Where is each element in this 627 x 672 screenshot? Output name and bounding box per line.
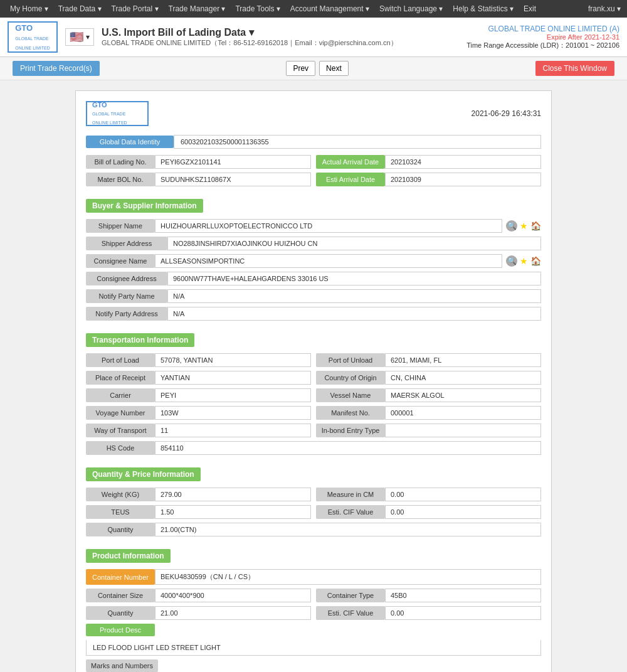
- nav-help-statistics[interactable]: Help & Statistics ▾: [449, 4, 517, 13]
- country-of-origin-value: CN, CHINA: [385, 371, 541, 385]
- transport-row: Way of Transport 11 In-bond Entry Type: [86, 424, 541, 437]
- quantity2-row: Quantity 21.00 Esti. CIF Value 0.00: [86, 606, 541, 620]
- mater-bol-group: Mater BOL No. SUDUNHKSZ110867X: [86, 173, 311, 186]
- actual-arrival-value: 20210324: [385, 155, 541, 169]
- notify-party-name-row: Notify Party Name N/A: [86, 289, 541, 303]
- product-desc-label-row: Product Desc: [86, 624, 541, 636]
- top-toolbar: Print Trade Record(s) Prev Next Close Th…: [0, 57, 627, 80]
- shipper-name-row: Shipper Name HUIZHOUARRLLUXOPTOELECTRONI…: [86, 219, 541, 233]
- shipper-name-label: Shipper Name: [86, 219, 155, 233]
- print-button[interactable]: Print Trade Record(s): [13, 61, 100, 76]
- logo: GTOGLOBAL TRADEONLINE LIMITED: [8, 21, 58, 53]
- flag-selector[interactable]: 🇺🇸 ▾: [65, 28, 94, 46]
- shipper-search-icon[interactable]: 🔍: [506, 220, 517, 232]
- weight-group: Weight (KG) 279.00: [86, 488, 311, 501]
- global-data-identity-value: 60032021032500001136355: [174, 135, 541, 149]
- shipper-address-label: Shipper Address: [86, 237, 167, 250]
- prev-button[interactable]: Prev: [286, 61, 315, 76]
- receipt-row: Place of Receipt YANTIAN Country of Orig…: [86, 371, 541, 385]
- container-size-row: Container Size 4000*400*900 Container Ty…: [86, 589, 541, 602]
- voyage-number-label: Voyage Number: [86, 406, 155, 420]
- expire-date: Expire After 2021-12-31: [466, 33, 619, 41]
- main-content: GTOGLOBAL TRADEONLINE LIMITED 2021-06-29…: [0, 80, 627, 672]
- weight-row: Weight (KG) 279.00 Measure in CM 0.00: [86, 488, 541, 501]
- close-window-button[interactable]: Close This Window: [535, 61, 614, 76]
- shipper-star-icon[interactable]: ★: [520, 221, 528, 231]
- nav-trade-tools[interactable]: Trade Tools ▾: [231, 4, 283, 13]
- nav-exit[interactable]: Exit: [520, 4, 540, 13]
- mater-bol-label: Mater BOL No.: [86, 173, 155, 186]
- notify-party-name-value: N/A: [167, 289, 541, 303]
- esti-cif2-value: 0.00: [385, 606, 541, 620]
- shipper-home-icon[interactable]: 🏠: [530, 221, 541, 231]
- consignee-name-value: ALLSEASONSIMPORTINC: [155, 254, 502, 268]
- product-desc-value: LED FLOOD LIGHT LED STREET LIGHT: [86, 640, 541, 656]
- way-of-transport-label: Way of Transport: [86, 424, 155, 437]
- quantity-label: Quantity: [86, 523, 155, 536]
- place-of-receipt-group: Place of Receipt YANTIAN: [86, 371, 311, 385]
- mater-bol-value: SUDUNHKSZ110867X: [155, 173, 311, 186]
- container-size-group: Container Size 4000*400*900: [86, 589, 311, 602]
- esti-arrival-group: Esti Arrival Date 20210309: [316, 173, 541, 186]
- user-account[interactable]: frank.xu ▾: [588, 4, 621, 13]
- container-type-group: Container Type 45B0: [316, 589, 541, 602]
- consignee-name-row: Consignee Name ALLSEASONSIMPORTINC 🔍 ★ 🏠: [86, 254, 541, 268]
- esti-cif-group: Esti. CIF Value 0.00: [316, 505, 541, 519]
- header-title-area: U.S. Import Bill of Lading Data ▾ GLOBAL…: [102, 26, 398, 48]
- top-navigation: My Home ▾ Trade Data ▾ Trade Portal ▾ Tr…: [0, 0, 627, 18]
- container-number-label: Container Number: [86, 569, 155, 585]
- place-of-receipt-label: Place of Receipt: [86, 371, 155, 385]
- marks-numbers-label-row: Marks and Numbers: [86, 659, 541, 672]
- consignee-name-label: Consignee Name: [86, 254, 155, 268]
- shipper-name-group: Shipper Name HUIZHOUARRLLUXOPTOELECTRONI…: [86, 219, 502, 233]
- global-data-identity-row: Global Data Identity 6003202103250000113…: [86, 135, 541, 149]
- buyer-supplier-header: Buyer & Supplier Information: [86, 199, 203, 213]
- nav-trade-portal[interactable]: Trade Portal ▾: [108, 4, 162, 13]
- inbond-entry-type-label: In-bond Entry Type: [316, 424, 385, 437]
- voyage-group: Voyage Number 103W: [86, 406, 311, 420]
- nav-my-home[interactable]: My Home ▾: [6, 4, 52, 13]
- quantity2-label: Quantity: [86, 606, 155, 620]
- nav-account-management[interactable]: Account Management ▾: [287, 4, 373, 13]
- us-flag-icon: 🇺🇸: [70, 30, 83, 44]
- nav-items: My Home ▾ Trade Data ▾ Trade Portal ▾ Tr…: [6, 4, 540, 13]
- carrier-label: Carrier: [86, 388, 155, 402]
- record-logo: GTOGLOBAL TRADEONLINE LIMITED: [86, 101, 149, 126]
- product-desc-label: Product Desc: [86, 624, 155, 636]
- carrier-row: Carrier PEYI Vessel Name MAERSK ALGOL: [86, 388, 541, 402]
- vessel-name-value: MAERSK ALGOL: [385, 388, 541, 402]
- notify-party-address-value: N/A: [167, 307, 541, 321]
- country-of-origin-label: Country of Origin: [316, 371, 385, 385]
- teus-row: TEUS 1.50 Esti. CIF Value 0.00: [86, 505, 541, 519]
- shipper-icons: 🔍 ★ 🏠: [506, 220, 541, 232]
- container-type-value: 45B0: [385, 589, 541, 602]
- nav-switch-language[interactable]: Switch Language ▾: [376, 4, 446, 13]
- consignee-home-icon[interactable]: 🏠: [530, 256, 541, 266]
- port-row: Port of Load 57078, YANTIAN Port of Unlo…: [86, 353, 541, 367]
- page-title: U.S. Import Bill of Lading Data ▾: [102, 26, 398, 38]
- consignee-name-group: Consignee Name ALLSEASONSIMPORTINC: [86, 254, 502, 268]
- quantity-row: Quantity 21.00(CTN): [86, 523, 541, 536]
- carrier-group: Carrier PEYI: [86, 388, 311, 402]
- shipper-address-value: NO288JINSHIRD7XIAOJINKOU HUIZHOU CN: [167, 237, 541, 250]
- mater-bol-row: Mater BOL No. SUDUNHKSZ110867X Esti Arri…: [86, 173, 541, 186]
- container-size-value: 4000*400*900: [155, 589, 311, 602]
- place-of-receipt-value: YANTIAN: [155, 371, 311, 385]
- esti-cif2-group: Esti. CIF Value 0.00: [316, 606, 541, 620]
- port-of-unload-label: Port of Unload: [316, 353, 385, 367]
- way-of-transport-value: 11: [155, 424, 311, 437]
- nav-trade-data[interactable]: Trade Data ▾: [55, 4, 105, 13]
- flag-dropdown-icon: ▾: [86, 33, 90, 41]
- consignee-star-icon[interactable]: ★: [520, 256, 528, 266]
- consignee-address-row: Consignee Address 9600NW77THAVE+HALEAHGA…: [86, 272, 541, 285]
- voyage-number-value: 103W: [155, 406, 311, 420]
- vessel-name-group: Vessel Name MAERSK ALGOL: [316, 388, 541, 402]
- nav-trade-manager[interactable]: Trade Manager ▾: [165, 4, 229, 13]
- consignee-search-icon[interactable]: 🔍: [506, 255, 517, 267]
- hs-code-label: HS Code: [86, 441, 155, 455]
- consignee-icons: 🔍 ★ 🏠: [506, 255, 541, 267]
- teus-group: TEUS 1.50: [86, 505, 311, 519]
- teus-label: TEUS: [86, 505, 155, 519]
- port-of-unload-group: Port of Unload 6201, MIAMI, FL: [316, 353, 541, 367]
- next-button[interactable]: Next: [319, 61, 349, 76]
